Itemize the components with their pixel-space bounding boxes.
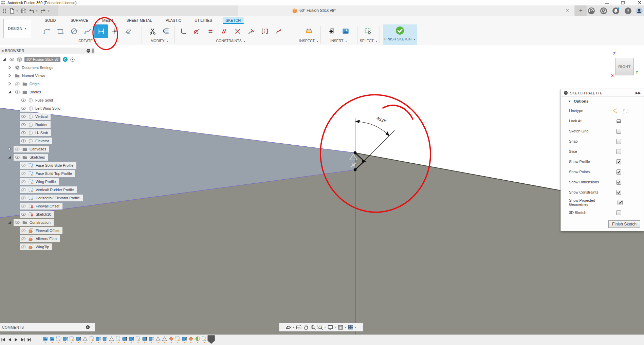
restore-button[interactable] bbox=[619, 1, 626, 5]
timeline-feature-extrude[interactable] bbox=[122, 336, 127, 343]
notifications-icon[interactable] bbox=[612, 7, 620, 15]
browser-row-wingtip[interactable]: WingTip bbox=[0, 243, 143, 251]
timeline-feature-extrude[interactable] bbox=[129, 336, 134, 343]
look-at-icon[interactable] bbox=[296, 324, 302, 330]
checkbox[interactable] bbox=[616, 169, 621, 175]
eye-icon[interactable] bbox=[21, 122, 26, 127]
ribbon-tab-sheet-metal[interactable]: SHEET METAL bbox=[124, 17, 154, 24]
display-settings-icon[interactable]: ▼ bbox=[327, 324, 336, 330]
remove-panel-icon[interactable] bbox=[564, 91, 568, 95]
palette-option-show-points[interactable]: Show Points bbox=[561, 167, 644, 177]
browser-row-sketch10[interactable]: Sketch10 bbox=[0, 210, 143, 218]
checkbox[interactable] bbox=[616, 190, 621, 195]
group-label-create[interactable]: CREATE ▼ bbox=[78, 39, 97, 43]
comments-bar[interactable]: COMMENTS bbox=[0, 323, 95, 331]
browser-row-bodies[interactable]: Bodies bbox=[0, 88, 143, 96]
collapse-tree-icon[interactable] bbox=[7, 155, 12, 159]
browser-row-origin[interactable]: Origin bbox=[0, 80, 143, 88]
zoom-icon[interactable] bbox=[310, 324, 316, 330]
collapse-panel-icon[interactable]: ◀ bbox=[1, 49, 4, 52]
browser-row-wing-profile[interactable]: Wing Profile bbox=[0, 178, 143, 186]
eye-icon[interactable] bbox=[21, 130, 26, 135]
timeline-feature-sketch[interactable] bbox=[202, 336, 207, 343]
app-menu-button[interactable] bbox=[2, 8, 7, 14]
browser-row-vertical-rudder-profile[interactable]: Vertical/ Rudder Profile bbox=[0, 186, 143, 194]
redo-button[interactable]: ▼ bbox=[40, 8, 50, 14]
timeline-feature-mirror[interactable] bbox=[82, 336, 88, 343]
remove-panel-icon[interactable] bbox=[86, 49, 91, 53]
ribbon-tab-plastic[interactable]: PLASTIC bbox=[163, 17, 184, 24]
browser-row-aileron-flap[interactable]: Aileron/ Flap bbox=[0, 235, 143, 243]
palette-option-snap[interactable]: Snap bbox=[561, 136, 644, 146]
eye-off-icon[interactable] bbox=[21, 163, 26, 168]
close-tab-icon[interactable]: ✕ bbox=[566, 8, 569, 13]
browser-row-fuse-solid-top-profile[interactable]: Fuse Solid Top Profile bbox=[0, 169, 143, 178]
eye-icon[interactable] bbox=[21, 114, 26, 119]
profile-icon[interactable] bbox=[636, 7, 643, 15]
timeline-feature-extrude[interactable] bbox=[103, 336, 108, 343]
ribbon-tab-mesh[interactable]: MESH bbox=[99, 17, 116, 24]
eye-off-icon[interactable] bbox=[21, 171, 26, 176]
palette-option-look-at[interactable]: Look At bbox=[561, 116, 644, 126]
group-label-constraints[interactable]: CONSTRAINTS ▼ bbox=[216, 39, 245, 43]
grid-display-icon[interactable]: ▼ bbox=[337, 324, 347, 330]
help-icon[interactable]: ? bbox=[624, 7, 632, 15]
sketch-palette-header[interactable]: SKETCH PALETTE ▶▶ bbox=[561, 89, 644, 97]
browser-row-sketches[interactable]: Sketches bbox=[0, 153, 143, 161]
timeline-feature-extrude[interactable] bbox=[182, 336, 187, 343]
checkbox[interactable] bbox=[616, 139, 621, 144]
tool-coincident[interactable] bbox=[244, 24, 258, 38]
timeline-position-marker[interactable] bbox=[207, 335, 215, 344]
browser-row-firewall-offset[interactable]: Firewall Offset bbox=[0, 202, 143, 210]
ribbon-tab-solid[interactable]: SOLID bbox=[42, 17, 58, 24]
browser-row-named-views[interactable]: Named Views bbox=[0, 72, 143, 80]
timeline-feature-extrude[interactable] bbox=[149, 336, 154, 343]
construction-linetype-icon[interactable] bbox=[612, 108, 619, 114]
new-tab-button[interactable]: + bbox=[575, 5, 587, 16]
timeline-feature-sketch[interactable] bbox=[89, 336, 94, 343]
panel-resize-handle[interactable] bbox=[92, 325, 93, 329]
browser-row-vertical[interactable]: Vertical bbox=[0, 112, 143, 121]
browser-row-firewall-offset[interactable]: Firewall Offset bbox=[0, 226, 143, 235]
timeline-feature-extrude[interactable] bbox=[96, 336, 101, 343]
timeline-feature-mirror[interactable] bbox=[162, 336, 167, 343]
timeline-feature-canvas[interactable] bbox=[43, 336, 48, 343]
eye-icon[interactable] bbox=[21, 138, 26, 144]
expandse-tree-icon[interactable] bbox=[7, 147, 12, 151]
minimize-button[interactable] bbox=[604, 1, 610, 5]
tool-symmetry[interactable] bbox=[258, 24, 272, 38]
tool-perpendicular[interactable] bbox=[231, 24, 244, 38]
eye-icon[interactable] bbox=[15, 155, 20, 160]
browser-row-60-fusion-stick-v8[interactable]: 60" Fusion Stick v8C bbox=[0, 55, 143, 63]
workspace-switcher[interactable]: DESIGN▼ bbox=[3, 19, 31, 38]
view-cube[interactable]: Z RIGHT X Y bbox=[610, 50, 643, 82]
tool-offset[interactable] bbox=[160, 24, 173, 38]
tool-project[interactable] bbox=[122, 24, 135, 38]
eye-off-icon[interactable] bbox=[15, 81, 20, 87]
tool-insert-mesh[interactable] bbox=[325, 24, 339, 38]
eye-icon[interactable] bbox=[21, 212, 26, 217]
pan-icon[interactable] bbox=[303, 324, 309, 330]
palette-option-3d-sketch[interactable]: 3D Sketch bbox=[561, 207, 644, 218]
expandse-tree-icon[interactable] bbox=[7, 81, 12, 86]
view-cube-right-face[interactable]: RIGHT bbox=[615, 58, 634, 75]
finish-sketch-palette-button[interactable]: Finish Sketch bbox=[608, 220, 640, 228]
viewports-icon[interactable]: ▼ bbox=[348, 324, 357, 330]
timeline-feature-extrude[interactable] bbox=[76, 336, 81, 343]
timeline-feature-sketch[interactable] bbox=[135, 336, 141, 343]
timeline-feature-mirror[interactable] bbox=[109, 336, 114, 343]
look-at-icon[interactable] bbox=[616, 119, 621, 124]
tool-fit-point-spline[interactable] bbox=[81, 24, 94, 38]
tool-select-window[interactable] bbox=[362, 24, 375, 38]
group-label-inspect[interactable]: INSPECT ▼ bbox=[299, 39, 318, 43]
eye-icon[interactable] bbox=[21, 97, 26, 103]
close-window-button[interactable] bbox=[636, 1, 643, 5]
timeline-feature-sketch[interactable] bbox=[56, 336, 61, 343]
timeline-feature-extrude[interactable] bbox=[63, 336, 68, 343]
checkbox[interactable] bbox=[616, 149, 621, 154]
group-label-insert[interactable]: INSERT ▼ bbox=[330, 39, 347, 43]
tool-two-point-rectangle[interactable] bbox=[54, 24, 67, 38]
tool-parallel[interactable] bbox=[217, 24, 231, 38]
timeline-feature-sketch[interactable] bbox=[116, 336, 121, 343]
eye-icon[interactable] bbox=[15, 89, 20, 95]
